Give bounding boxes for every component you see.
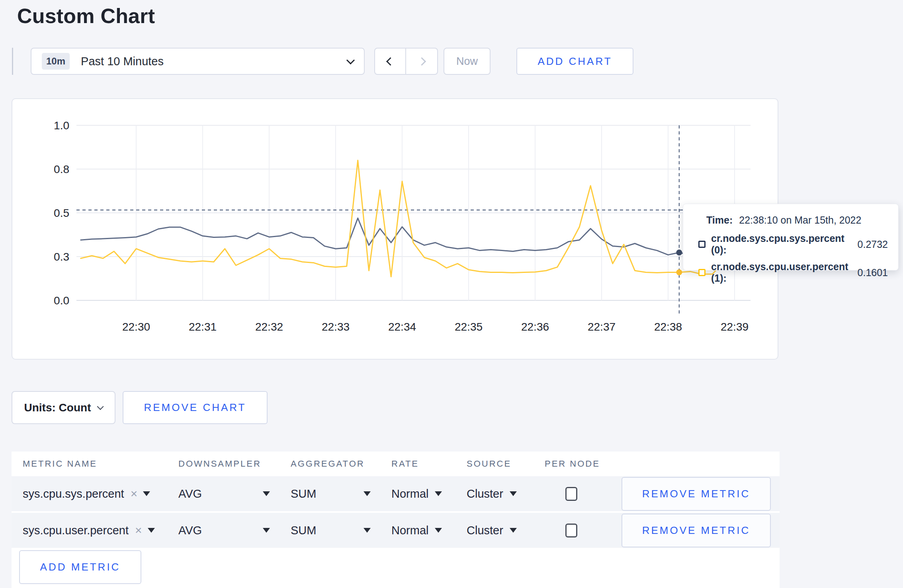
metric-row: sys.cpu.user.percent × AVG SUM Normal Cl… [12, 513, 780, 549]
chevron-down-icon [97, 403, 104, 410]
metric-name-select[interactable]: sys.cpu.sys.percent × [23, 487, 178, 500]
aggregator-select[interactable]: SUM [291, 487, 391, 500]
svg-text:22:34: 22:34 [388, 321, 416, 333]
caret-down-icon[interactable] [148, 528, 155, 533]
tooltip-series-name: cr.node.sys.cpu.user.percent (1): [711, 261, 851, 284]
toolbar-accent-divider [12, 48, 13, 75]
svg-text:22:33: 22:33 [322, 321, 350, 333]
remove-chart-button[interactable]: REMOVE CHART [123, 391, 268, 424]
svg-text:22:37: 22:37 [588, 321, 616, 333]
time-range-label: Past 10 Minutes [81, 55, 348, 68]
time-range-select[interactable]: 10m Past 10 Minutes [31, 48, 365, 75]
downsampler-select[interactable]: AVG [178, 524, 291, 537]
metrics-table-header: METRIC NAME DOWNSAMPLER AGGREGATOR RATE … [12, 452, 780, 476]
metric-name-select[interactable]: sys.cpu.user.percent × [23, 524, 178, 537]
per-node-checkbox[interactable] [565, 524, 577, 537]
time-range-badge: 10m [42, 53, 70, 70]
remove-metric-button[interactable]: REMOVE METRIC [622, 477, 771, 511]
tooltip-time-value: 22:38:10 on Mar 15th, 2022 [739, 214, 861, 226]
time-range-nav [374, 48, 438, 75]
source-select[interactable]: Cluster [467, 524, 545, 537]
remove-metric-button[interactable]: REMOVE METRIC [622, 514, 771, 547]
svg-text:0.8: 0.8 [54, 163, 69, 175]
svg-text:22:35: 22:35 [455, 321, 483, 333]
page-title: Custom Chart [17, 4, 155, 28]
caret-down-icon [435, 491, 442, 496]
svg-text:22:31: 22:31 [189, 321, 217, 333]
chevron-right-icon [417, 57, 426, 65]
col-header-metric-name: METRIC NAME [23, 459, 178, 469]
metric-row: sys.cpu.sys.percent × AVG SUM Normal Clu… [12, 476, 780, 513]
series-sys-swatch-icon [698, 241, 706, 248]
source-select[interactable]: Cluster [467, 487, 545, 500]
svg-text:0.0: 0.0 [54, 294, 69, 307]
svg-text:22:30: 22:30 [122, 321, 150, 333]
col-header-aggregator: AGGREGATOR [291, 459, 391, 469]
svg-text:22:39: 22:39 [721, 321, 749, 333]
caret-down-icon [364, 528, 371, 533]
chart-card: 1.00.80.50.30.022:3022:3122:3222:3322:34… [12, 98, 778, 360]
col-header-per-node: PER NODE [545, 459, 622, 469]
clear-metric-icon[interactable]: × [131, 487, 138, 500]
rate-select[interactable]: Normal [391, 487, 467, 500]
per-node-checkbox[interactable] [565, 487, 577, 501]
tooltip-time-label: Time: [706, 214, 733, 226]
svg-text:22:32: 22:32 [255, 321, 283, 333]
caret-down-icon[interactable] [143, 491, 150, 496]
add-metric-button[interactable]: ADD METRIC [19, 550, 141, 584]
tooltip-series-row: cr.node.sys.cpu.user.percent (1): 0.1601 [698, 261, 888, 284]
units-label: Units: Count [24, 401, 91, 414]
metric-name-value: sys.cpu.sys.percent [23, 487, 124, 500]
caret-down-icon [263, 491, 270, 496]
rate-select[interactable]: Normal [391, 524, 467, 537]
chevron-left-icon [386, 57, 394, 65]
caret-down-icon [435, 528, 442, 533]
units-select[interactable]: Units: Count [12, 391, 115, 424]
series-user-swatch-icon [698, 269, 706, 276]
tooltip-series-value: 0.2732 [858, 239, 888, 250]
tooltip-series-row: cr.node.sys.cpu.sys.percent (0): 0.2732 [698, 233, 888, 256]
col-header-rate: RATE [391, 459, 467, 469]
svg-text:0.3: 0.3 [54, 251, 69, 263]
prev-range-button[interactable] [375, 49, 406, 74]
aggregator-select[interactable]: SUM [291, 524, 391, 537]
tooltip-series-value: 0.1601 [858, 267, 888, 278]
now-button[interactable]: Now [444, 48, 491, 75]
svg-text:22:38: 22:38 [654, 321, 682, 333]
svg-text:1.0: 1.0 [54, 119, 69, 132]
next-range-button[interactable] [406, 49, 437, 74]
col-header-source: SOURCE [467, 459, 545, 469]
downsampler-select[interactable]: AVG [178, 487, 291, 500]
clear-metric-icon[interactable]: × [135, 524, 142, 537]
tooltip-series-name: cr.node.sys.cpu.sys.percent (0): [711, 233, 851, 256]
caret-down-icon [510, 491, 517, 496]
svg-text:22:36: 22:36 [521, 321, 549, 333]
chevron-down-icon [346, 56, 355, 64]
caret-down-icon [364, 491, 371, 496]
chart-hover-tooltip: Time: 22:38:10 on Mar 15th, 2022 cr.node… [683, 204, 899, 271]
caret-down-icon [510, 528, 517, 533]
caret-down-icon [263, 528, 270, 533]
metric-name-value: sys.cpu.user.percent [23, 524, 129, 537]
add-chart-button[interactable]: ADD CHART [516, 48, 633, 75]
timeseries-chart[interactable]: 1.00.80.50.30.022:3022:3122:3222:3322:34… [12, 99, 778, 360]
svg-text:0.5: 0.5 [54, 207, 69, 219]
col-header-downsampler: DOWNSAMPLER [178, 459, 291, 469]
